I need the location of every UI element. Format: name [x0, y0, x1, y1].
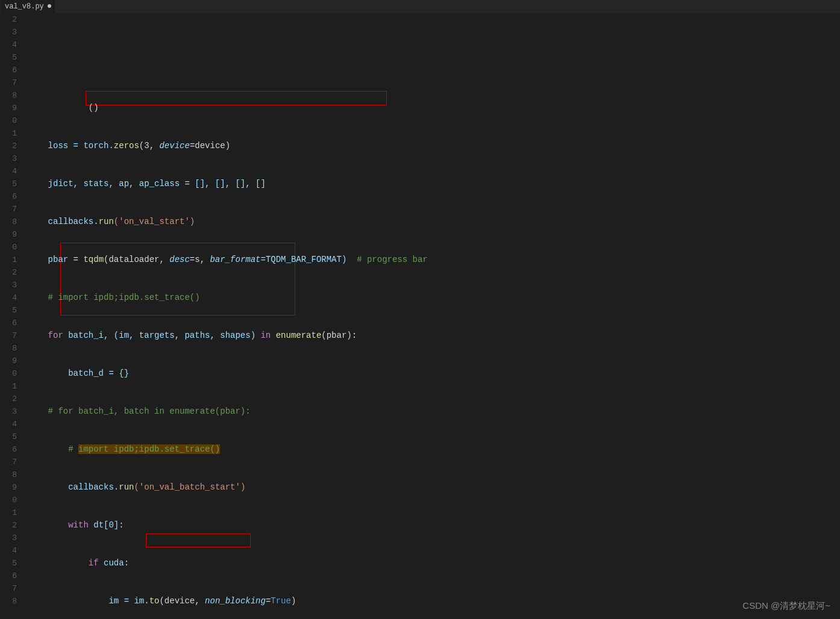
line-number: 4: [0, 165, 17, 178]
line-number: 8: [0, 216, 17, 228]
line-number: 9: [0, 355, 17, 367]
line-number: 4: [0, 544, 17, 557]
line-number: 8: [0, 595, 17, 608]
line-number: 3: [0, 279, 17, 291]
line-number: 7: [0, 76, 17, 89]
line-number: 9: [0, 102, 17, 114]
line-number: 2: [0, 519, 17, 532]
line-number: 4: [0, 39, 17, 51]
line-number: 1: [0, 506, 17, 519]
line-number: 4: [0, 418, 17, 431]
line-number: 3: [0, 152, 17, 165]
line-number: 0: [0, 114, 17, 127]
line-number: 5: [0, 51, 17, 64]
line-number: 2: [0, 140, 17, 152]
line-number: 2: [0, 393, 17, 405]
line-number: 0: [0, 494, 17, 506]
line-number: 1: [0, 254, 17, 266]
file-tab[interactable]: val_v8.py: [1, 0, 54, 13]
line-number: 7: [0, 329, 17, 342]
line-number: 9: [0, 481, 17, 494]
line-number: 7: [0, 582, 17, 595]
unsaved-dot-icon: [48, 4, 51, 8]
line-number: 8: [0, 342, 17, 355]
highlight-box-3: [146, 533, 251, 547]
line-number: 4: [0, 291, 17, 304]
line-number: 5: [0, 557, 17, 570]
line-number: 6: [0, 190, 17, 203]
line-number: 8: [0, 468, 17, 481]
line-number: 3: [0, 405, 17, 418]
line-number: 2: [0, 266, 17, 279]
line-number: 3: [0, 532, 17, 544]
line-number: 5: [0, 431, 17, 443]
line-number: 5: [0, 304, 17, 317]
line-number: 6: [0, 64, 17, 76]
line-number: 1: [0, 380, 17, 393]
tab-filename: val_v8.py: [5, 2, 44, 11]
line-number: 2: [0, 13, 17, 26]
tab-bar: val_v8.py: [0, 0, 840, 13]
line-number: 6: [0, 443, 17, 456]
line-number: 6: [0, 570, 17, 582]
line-number: 7: [0, 203, 17, 216]
line-number: 3: [0, 26, 17, 39]
code-area[interactable]: () loss = torch.zeros(3, device=device) …: [28, 13, 840, 619]
watermark-label: CSDN @清梦枕星河~: [742, 599, 830, 612]
line-number: 0: [0, 367, 17, 380]
line-number: 6: [0, 317, 17, 329]
line-number: 1: [0, 127, 17, 140]
line-number: 0: [0, 241, 17, 254]
line-number: 8: [0, 89, 17, 102]
line-number: 9: [0, 228, 17, 241]
line-number-gutter: 2345678901234567890123456789012345678901…: [0, 13, 28, 619]
line-number: 7: [0, 456, 17, 468]
line-number: 5: [0, 178, 17, 190]
code-editor[interactable]: 2345678901234567890123456789012345678901…: [0, 13, 840, 619]
